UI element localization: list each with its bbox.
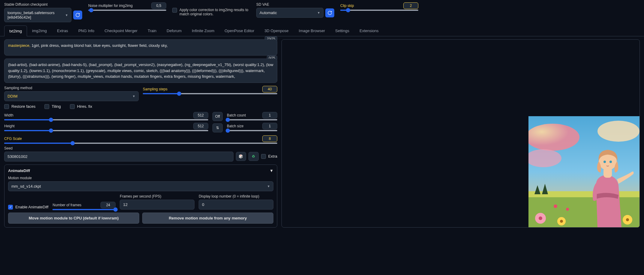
tab-txt2img[interactable]: txt2img: [4, 26, 27, 36]
tab-checkpoint-merger[interactable]: Checkpoint Merger: [99, 25, 143, 36]
svg-point-2: [597, 121, 639, 142]
noise-value[interactable]: 0,5: [151, 2, 166, 9]
tab-deforum[interactable]: Deforum: [161, 25, 187, 36]
frames-label: Number of frames: [53, 203, 81, 207]
cfg-label: CFG Scale: [4, 137, 22, 141]
svg-point-9: [539, 216, 542, 220]
sampling-method-label: Sampling method: [4, 86, 139, 90]
svg-point-15: [566, 208, 569, 211]
svg-point-19: [609, 161, 612, 163]
tab-infinite-zoom[interactable]: Infinite Zoom: [187, 25, 219, 36]
batch-count-value[interactable]: 1: [262, 112, 277, 119]
motion-module-label: Motion module: [8, 176, 273, 180]
fps-label: Frames per second (FPS): [120, 194, 194, 198]
off-button[interactable]: Off: [212, 112, 223, 121]
swap-dims-button[interactable]: ⇅: [212, 123, 223, 132]
tab-extras[interactable]: Extras: [52, 25, 73, 36]
reuse-seed-button[interactable]: ♻: [248, 152, 259, 161]
random-seed-button[interactable]: 🎲: [236, 152, 246, 161]
color-correction-label: Apply color correction to img2img result…: [179, 8, 250, 16]
width-value[interactable]: 512: [193, 112, 208, 119]
tab-extensions[interactable]: Extensions: [354, 25, 384, 36]
tab-image-browser[interactable]: Image Browser: [294, 25, 330, 36]
tab-openpose-editor[interactable]: OpenPose Editor: [219, 25, 259, 36]
width-label: Width: [4, 113, 14, 117]
hires-fix-checkbox[interactable]: [70, 104, 75, 109]
svg-rect-4: [528, 194, 639, 227]
output-preview: [281, 39, 640, 228]
negative-prompt-input[interactable]: (bad-artist), (bad-artist-anime), (bad-h…: [4, 59, 277, 83]
sampling-method-select[interactable]: DDIM ▼: [4, 91, 139, 101]
batch-size-label: Batch size: [227, 124, 243, 128]
sampling-steps-label: Sampling steps: [143, 87, 167, 91]
batch-count-label: Batch count: [227, 113, 246, 117]
chevron-down-icon: ▼: [317, 11, 320, 14]
svg-point-13: [626, 218, 629, 221]
svg-point-14: [554, 204, 557, 208]
tab-img2img[interactable]: img2img: [27, 25, 52, 36]
batch-size-value[interactable]: 1: [262, 123, 277, 129]
chevron-down-icon: ▼: [267, 185, 270, 188]
chevron-down-icon: ▼: [65, 14, 68, 17]
animatediff-panel: AnimateDiff ▼ Motion module mm_sd_v14.ck…: [4, 165, 277, 228]
checkpoint-select[interactable]: toonyou_beta6.safetensors [e8d456c42e] ▼: [4, 8, 71, 22]
vae-select[interactable]: Automatic ▼: [256, 8, 324, 18]
svg-point-18: [603, 161, 606, 163]
remove-module-button[interactable]: Remove motion module from any memory: [142, 213, 273, 224]
seed-input[interactable]: [4, 152, 233, 162]
refresh-vae-button[interactable]: [325, 8, 334, 17]
enable-animatediff-checkbox[interactable]: [8, 205, 13, 210]
frames-value[interactable]: 24: [101, 202, 116, 208]
svg-point-11: [560, 220, 563, 223]
tab-settings[interactable]: Settings: [330, 25, 354, 36]
tiling-checkbox[interactable]: [44, 104, 49, 109]
height-value[interactable]: 512: [193, 123, 208, 129]
tab-train[interactable]: Train: [143, 25, 161, 36]
motion-module-select[interactable]: mm_sd_v14.ckpt ▼: [8, 181, 273, 191]
noise-label: Noise multiplier for img2img: [88, 4, 133, 8]
move-to-cpu-button[interactable]: Move motion module to CPU (default if lo…: [8, 213, 139, 224]
vae-label: SD VAE: [256, 2, 334, 7]
color-correction-checkbox[interactable]: [172, 8, 177, 13]
prompt-input[interactable]: masterpiece, 1girl, pink dress, waving b…: [4, 39, 277, 56]
restore-faces-checkbox[interactable]: [4, 104, 9, 109]
animatediff-title: AnimateDiff: [8, 168, 30, 173]
generated-image: [528, 116, 639, 227]
clip-skip-label: Clip skip: [340, 4, 354, 8]
height-label: Height: [4, 124, 15, 128]
checkpoint-label: Stable Diffusion checkpoint: [4, 2, 82, 7]
tab-3d-openpose[interactable]: 3D Openpose: [259, 25, 293, 36]
tab-png-info[interactable]: PNG Info: [73, 25, 99, 36]
loop-label: Display loop number (0 = infinite loop): [199, 194, 273, 198]
seed-extra-checkbox[interactable]: [261, 154, 266, 159]
loop-input[interactable]: [199, 200, 273, 210]
fps-input[interactable]: [120, 200, 194, 210]
clip-skip-value[interactable]: 2: [403, 2, 418, 9]
seed-label: Seed: [4, 146, 277, 150]
refresh-checkpoint-button[interactable]: [73, 11, 82, 20]
collapse-icon[interactable]: ▼: [269, 168, 273, 173]
cfg-value[interactable]: 8: [262, 135, 277, 142]
main-tabs: txt2imgimg2imgExtrasPNG InfoCheckpoint M…: [0, 25, 644, 36]
sampling-steps-value[interactable]: 40: [262, 86, 277, 92]
chevron-down-icon: ▼: [132, 95, 135, 98]
